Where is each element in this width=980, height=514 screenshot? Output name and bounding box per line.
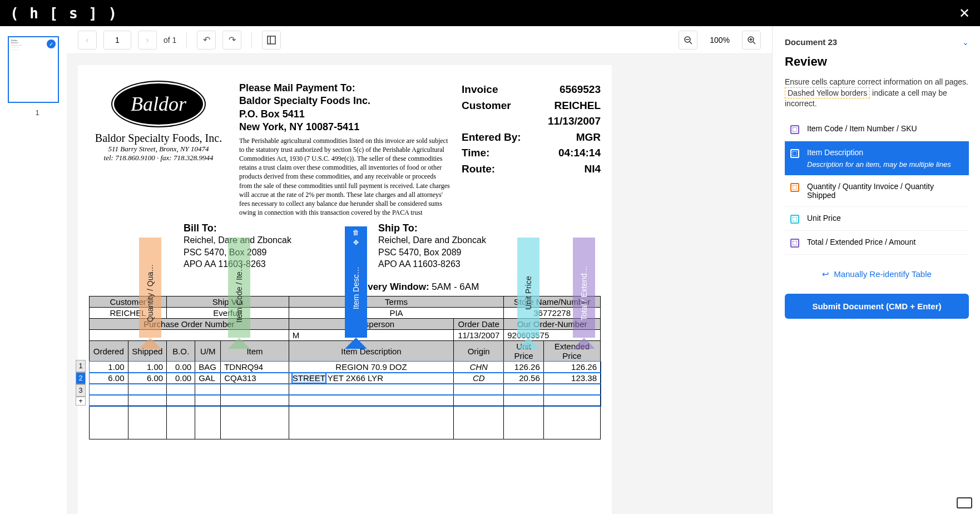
undo-button[interactable]: ↶ xyxy=(197,31,216,50)
column-tag-item-desc[interactable]: Item Desc… 🗑 ✥ xyxy=(345,226,367,338)
row-number[interactable]: 2 xyxy=(76,372,86,384)
company-name: Baldor Specialty Foods, Inc. xyxy=(89,132,228,145)
cell-item[interactable]: TDNRQ94 xyxy=(221,362,289,373)
invoice-label: Invoice xyxy=(462,82,498,98)
td-order-date: 11/13/2007 xyxy=(454,330,504,341)
field-icon xyxy=(790,125,799,134)
th-ordered: Ordered xyxy=(90,341,128,362)
field-unit-price[interactable]: Unit Price xyxy=(785,207,969,231)
page-thumbnail[interactable]: BaldorInvoice—————… … …… … … ✓ xyxy=(8,36,59,103)
field-icon xyxy=(790,149,799,158)
toolbar-divider xyxy=(251,32,252,48)
th-bo: B.O. xyxy=(167,341,195,362)
app-logo: ( h [ s ] ) xyxy=(10,5,118,22)
cell-origin[interactable]: CHN xyxy=(454,362,504,373)
table-row[interactable]: 6.00 6.00 0.00 GAL CQA313 STREET YET 2X6… xyxy=(90,373,601,384)
cell-origin[interactable]: CD xyxy=(454,373,504,384)
th-origin: Origin xyxy=(454,341,504,362)
route-label: Route: xyxy=(462,161,495,177)
cell-um[interactable]: GAL xyxy=(195,373,221,384)
field-item-code[interactable]: Item Code / Item Number / SKU xyxy=(785,117,969,141)
mail-to-line2: Baldor Specialty Foods Inc. xyxy=(239,95,451,107)
trash-icon[interactable]: 🗑 xyxy=(353,229,359,236)
cell-um[interactable]: BAG xyxy=(195,362,221,373)
table-row-empty[interactable] xyxy=(90,395,601,406)
customer-value: REICHEL xyxy=(555,98,601,114)
move-icon[interactable]: ✥ xyxy=(353,239,359,246)
document-title: Document 23 xyxy=(785,37,837,47)
cell-shipped[interactable]: 1.00 xyxy=(128,362,167,373)
layout-button[interactable] xyxy=(262,31,281,50)
page-input[interactable] xyxy=(103,31,131,50)
cell-unit-price[interactable]: 126.26 xyxy=(504,362,544,373)
zoom-in-button[interactable] xyxy=(742,31,761,50)
th-um: U/M xyxy=(195,341,221,362)
zoom-level: 100% xyxy=(704,36,735,45)
company-phone: tel: 718.860.9100 · fax: 718.328.9944 xyxy=(89,154,228,162)
row-number[interactable]: 3 xyxy=(76,384,86,397)
main-layout: BaldorInvoice—————… … …… … … ✓ 1 ‹ › of … xyxy=(0,26,980,514)
submit-button[interactable]: Submit Document (CMD + Enter) xyxy=(785,294,969,319)
th-item-desc: Item Description xyxy=(289,341,453,362)
ship-to-l1: Reichel, Dare and Zboncak xyxy=(378,234,486,246)
column-tag-unit-price[interactable]: Unit Price xyxy=(517,238,540,338)
cell-item[interactable]: CQA313 xyxy=(221,373,289,384)
page-count-label: of 1 xyxy=(164,36,176,45)
cell-unit-price[interactable]: 20.56 xyxy=(504,373,544,384)
chevron-down-icon[interactable]: ⌄ xyxy=(962,38,969,47)
td-salesperson: M xyxy=(289,330,453,341)
table-row-empty[interactable] xyxy=(90,384,601,395)
column-tag-quantity[interactable]: Quantity / Qua… xyxy=(139,238,161,338)
bill-to-l1: Reichel, Dare and Zboncak xyxy=(184,234,362,246)
cell-ext-price[interactable]: 123.38 xyxy=(543,373,600,384)
cell-desc[interactable]: REGION 70.9 DOZ xyxy=(289,362,453,373)
company-address: 511 Barry Street, Bronx, NY 10474 xyxy=(89,145,228,154)
customer-label: Customer xyxy=(462,98,511,114)
field-icon xyxy=(790,215,799,224)
bill-to-title: Bill To: xyxy=(184,223,362,234)
column-tag-total[interactable]: Total / Extend… xyxy=(573,238,595,338)
redo-button[interactable]: ↷ xyxy=(222,31,241,50)
zoom-out-button[interactable] xyxy=(679,31,697,50)
table-row[interactable]: 1.00 1.00 0.00 BAG TDNRQ94 REGION 70.9 D… xyxy=(90,362,601,373)
manual-reidentify-link[interactable]: ↩ Manually Re-identify Table xyxy=(785,269,969,279)
route-value: NI4 xyxy=(584,161,601,177)
highlighted-token[interactable]: STREET xyxy=(293,373,325,383)
document-scroll-area[interactable]: Baldor Baldor Specialty Foods, Inc. 511 … xyxy=(67,54,772,514)
cell-ordered[interactable]: 1.00 xyxy=(90,362,128,373)
row-number[interactable]: 1 xyxy=(76,360,86,372)
side-panel: Document 23 ⌄ Review Ensure cells captur… xyxy=(772,26,980,514)
thumbnail-pane: BaldorInvoice—————… … …… … … ✓ 1 xyxy=(0,26,67,514)
toolbar-divider xyxy=(186,32,187,48)
viewer-toolbar: ‹ › of 1 ↶ ↷ 100% xyxy=(67,26,772,54)
zoom-out-icon xyxy=(684,36,692,45)
cell-bo[interactable]: 0.00 xyxy=(167,373,195,384)
entered-value: MGR xyxy=(576,130,601,146)
add-row-button[interactable]: + xyxy=(76,397,86,406)
mail-to-line4: New York, NY 10087-5411 xyxy=(239,121,451,134)
next-page-button[interactable]: › xyxy=(138,31,157,50)
field-quantity[interactable]: Quantity / Quantity Invoice / Quantity S… xyxy=(785,175,969,207)
cell-ordered[interactable]: 6.00 xyxy=(90,373,128,384)
ship-to-l3: APO AA 11603-8263 xyxy=(378,258,486,270)
field-icon xyxy=(790,183,799,192)
prev-page-button[interactable]: ‹ xyxy=(78,31,97,50)
keyboard-icon[interactable] xyxy=(957,497,972,508)
field-total[interactable]: Total / Extended Price / Amount xyxy=(785,231,969,255)
cell-bo[interactable]: 0.00 xyxy=(167,362,195,373)
cell-shipped[interactable]: 6.00 xyxy=(128,373,167,384)
th-order-date: Order Date xyxy=(454,319,504,330)
close-icon[interactable]: ✕ xyxy=(959,6,970,21)
time-label: Time: xyxy=(462,145,489,161)
column-tag-item-code[interactable]: Item Code / Ite… xyxy=(228,238,250,338)
cell-ext-price[interactable]: 126.26 xyxy=(543,362,600,373)
viewer-pane: ‹ › of 1 ↶ ↷ 100% Bald xyxy=(67,26,772,514)
cell-desc[interactable]: STREET YET 2X66 LYR xyxy=(289,373,453,384)
layout-icon xyxy=(267,36,276,45)
date-value: 11/13/2007 xyxy=(548,113,601,130)
bill-to-l2: PSC 5470, Box 2089 xyxy=(184,246,362,259)
svg-line-6 xyxy=(753,42,755,44)
time-value: 04:14:14 xyxy=(558,145,601,161)
field-icon xyxy=(790,239,799,248)
field-item-description[interactable]: Item Description Description for an item… xyxy=(785,141,969,175)
